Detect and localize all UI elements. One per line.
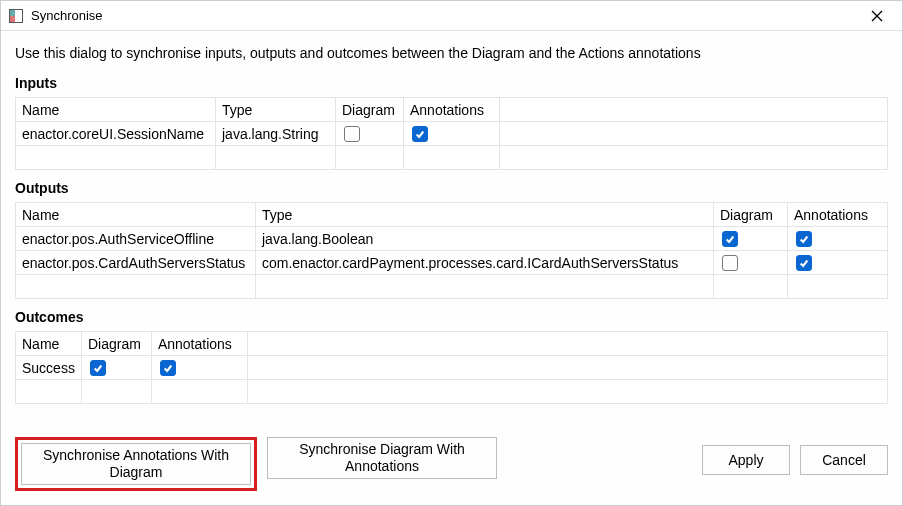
cell-name: enactor.pos.CardAuthServersStatus [16, 251, 256, 275]
sync-annotations-button[interactable]: Synchronise Annotations With Diagram [21, 443, 251, 485]
titlebar: Synchronise [1, 1, 902, 31]
cell-type: java.lang.Boolean [256, 227, 714, 251]
outcomes-table: Name Diagram Annotations Success [15, 331, 888, 404]
annotations-checkbox[interactable] [796, 255, 812, 271]
highlight-frame: Synchronise Annotations With Diagram [15, 437, 257, 491]
table-row-empty [16, 380, 888, 404]
table-row[interactable]: enactor.pos.AuthServiceOffline java.lang… [16, 227, 888, 251]
table-row-empty [16, 275, 888, 299]
cell-type: java.lang.String [216, 122, 336, 146]
col-annotations: Annotations [404, 98, 500, 122]
window-title: Synchronise [31, 8, 860, 23]
app-icon [9, 9, 23, 23]
diagram-checkbox[interactable] [722, 255, 738, 271]
annotations-checkbox[interactable] [412, 126, 428, 142]
col-name: Name [16, 98, 216, 122]
col-name: Name [16, 332, 82, 356]
col-filler [500, 98, 888, 122]
close-button[interactable] [860, 3, 894, 29]
col-type: Type [256, 203, 714, 227]
diagram-checkbox[interactable] [344, 126, 360, 142]
col-name: Name [16, 203, 256, 227]
diagram-checkbox[interactable] [90, 360, 106, 376]
table-header-row: Name Type Diagram Annotations [16, 203, 888, 227]
col-annotations: Annotations [151, 332, 247, 356]
col-type: Type [216, 98, 336, 122]
col-annotations: Annotations [788, 203, 888, 227]
table-row-empty [16, 146, 888, 170]
table-header-row: Name Type Diagram Annotations [16, 98, 888, 122]
col-diagram: Diagram [714, 203, 788, 227]
outputs-label: Outputs [15, 180, 888, 196]
annotations-checkbox[interactable] [796, 231, 812, 247]
table-header-row: Name Diagram Annotations [16, 332, 888, 356]
table-row[interactable]: Success [16, 356, 888, 380]
table-row[interactable]: enactor.coreUI.SessionName java.lang.Str… [16, 122, 888, 146]
sync-diagram-button[interactable]: Synchronise Diagram With Annotations [267, 437, 497, 479]
inputs-table: Name Type Diagram Annotations enactor.co… [15, 97, 888, 170]
inputs-label: Inputs [15, 75, 888, 91]
cell-name: enactor.pos.AuthServiceOffline [16, 227, 256, 251]
col-filler [247, 332, 887, 356]
cell-type: com.enactor.cardPayment.processes.card.I… [256, 251, 714, 275]
col-diagram: Diagram [81, 332, 151, 356]
cell-name: enactor.coreUI.SessionName [16, 122, 216, 146]
cell-name: Success [16, 356, 82, 380]
outputs-table: Name Type Diagram Annotations enactor.po… [15, 202, 888, 299]
table-row[interactable]: enactor.pos.CardAuthServersStatus com.en… [16, 251, 888, 275]
annotations-checkbox[interactable] [160, 360, 176, 376]
outcomes-label: Outcomes [15, 309, 888, 325]
col-diagram: Diagram [336, 98, 404, 122]
diagram-checkbox[interactable] [722, 231, 738, 247]
close-icon [871, 10, 883, 22]
dialog-footer: Synchronise Annotations With Diagram Syn… [1, 429, 902, 505]
cancel-button[interactable]: Cancel [800, 445, 888, 475]
instructions-text: Use this dialog to synchronise inputs, o… [15, 45, 888, 61]
dialog-content: Use this dialog to synchronise inputs, o… [1, 31, 902, 429]
apply-button[interactable]: Apply [702, 445, 790, 475]
